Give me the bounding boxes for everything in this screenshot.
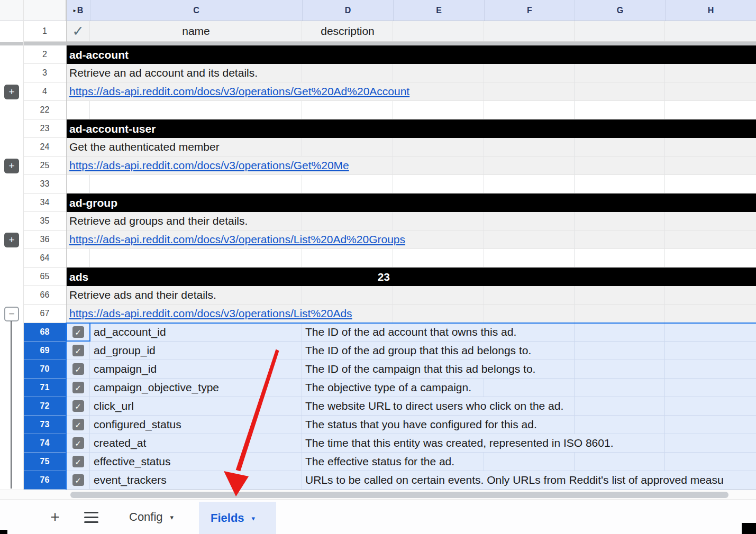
field-description-cell[interactable]: The time that this entity was created, r… — [305, 434, 613, 452]
docs-link[interactable]: https://ads-api.reddit.com/docs/v3/opera… — [69, 305, 352, 323]
field-checkbox[interactable]: ✓ — [72, 474, 84, 486]
gridline — [484, 138, 484, 156]
row-header-4[interactable]: 4 — [23, 82, 66, 101]
row-header-69[interactable]: 69 — [23, 342, 66, 360]
column-header-E[interactable]: E — [393, 0, 484, 21]
field-checkbox[interactable]: ✓ — [72, 437, 84, 449]
column-header-D[interactable]: D — [302, 0, 393, 21]
row-header-70[interactable]: 70 — [23, 360, 66, 379]
all-sheets-menu-icon[interactable] — [82, 500, 100, 534]
check-icon[interactable]: ✓ — [66, 21, 90, 41]
gridline — [484, 305, 484, 323]
row-header-68[interactable]: 68 — [23, 323, 66, 342]
row-cells: ad-account — [66, 45, 756, 64]
row-header-33[interactable]: 33 — [23, 175, 66, 194]
gridline — [664, 175, 665, 193]
column-header-row: ▸BCDEFGH — [0, 0, 756, 21]
field-checkbox[interactable]: ✓ — [72, 363, 84, 375]
field-name-cell[interactable]: campaign_objective_type — [94, 379, 219, 397]
row-cells[interactable] — [66, 101, 756, 119]
field-name-cell[interactable]: effective_status — [94, 453, 171, 471]
gridline — [574, 286, 575, 304]
description-cell[interactable]: Retrieve ads and their details. — [69, 286, 216, 304]
gridline — [302, 212, 302, 230]
gridline — [664, 434, 665, 452]
docs-link[interactable]: https://ads-api.reddit.com/docs/v3/opera… — [69, 231, 405, 248]
row-header-76[interactable]: 76 — [23, 471, 66, 490]
field-name-cell[interactable]: event_trackers — [94, 471, 167, 489]
field-name-cell[interactable]: ad_group_id — [94, 342, 156, 360]
frozen-row-divider[interactable] — [0, 42, 756, 45]
field-description-cell[interactable]: The ID of the ad account that owns this … — [305, 323, 516, 341]
select-all-corner[interactable] — [0, 0, 66, 21]
table-row: 2ad-account — [0, 45, 756, 64]
column-header-C[interactable]: C — [90, 0, 302, 21]
row-header-73[interactable]: 73 — [23, 416, 66, 434]
field-description-cell[interactable]: The objective type of a campaign. — [305, 379, 471, 397]
row-header-65[interactable]: 65 — [23, 268, 66, 286]
row-header-74[interactable]: 74 — [23, 434, 66, 453]
description-cell[interactable]: Get the authenticated member — [69, 138, 220, 156]
row-header-2[interactable]: 2 — [23, 45, 66, 64]
field-name-cell[interactable]: configured_status — [94, 416, 181, 434]
docs-link[interactable]: https://ads-api.reddit.com/docs/v3/opera… — [69, 82, 409, 100]
row-cells[interactable] — [66, 175, 756, 194]
row-header-3[interactable]: 3 — [23, 64, 66, 82]
row-header-66[interactable]: 66 — [23, 286, 66, 305]
field-checkbox[interactable]: ✓ — [72, 419, 84, 430]
name-header-cell[interactable]: name — [90, 21, 302, 41]
row-header-23[interactable]: 23 — [23, 119, 66, 138]
gridline — [89, 416, 90, 434]
tab-config[interactable]: Config ▾ — [117, 500, 185, 534]
hidden-column-marker-icon[interactable]: ▸ — [74, 8, 76, 13]
column-header-F[interactable]: F — [484, 0, 575, 21]
row-header-64[interactable]: 64 — [23, 249, 66, 268]
gridline — [574, 249, 575, 267]
section-header-cell[interactable] — [66, 194, 756, 212]
tab-fields-label: Fields — [211, 511, 244, 525]
field-description-cell[interactable]: The status that you have configured for … — [305, 416, 537, 434]
tab-fields[interactable]: Fields ▾ — [199, 502, 276, 534]
checkbox-cell: ✓ — [66, 434, 90, 452]
field-name-cell[interactable]: campaign_id — [94, 360, 157, 378]
row-header-25[interactable]: 25 — [23, 156, 66, 175]
description-header-cell[interactable]: description — [302, 21, 393, 41]
row-header-35[interactable]: 35 — [23, 212, 66, 231]
column-header-G[interactable]: G — [575, 0, 665, 21]
gridline — [664, 342, 665, 360]
field-description-cell[interactable]: The effective status for the ad. — [305, 453, 454, 471]
field-checkbox[interactable]: ✓ — [72, 456, 84, 467]
description-cell[interactable]: Retrieve an ad account and its details. — [69, 64, 258, 82]
row-header-22[interactable]: 22 — [23, 101, 66, 119]
section-header-cell[interactable] — [66, 45, 756, 64]
row-header-24[interactable]: 24 — [23, 138, 66, 156]
row-header-34[interactable]: 34 — [23, 194, 66, 212]
field-checkbox[interactable]: ✓ — [72, 400, 84, 412]
row-header-36[interactable]: 36 — [23, 231, 66, 249]
field-checkbox[interactable]: ✓ — [72, 345, 84, 356]
gridline — [393, 249, 393, 267]
row-header-75[interactable]: 75 — [23, 453, 66, 471]
row-header-72[interactable]: 72 — [23, 397, 66, 416]
field-checkbox[interactable]: ✓ — [72, 382, 84, 393]
row-header-71[interactable]: 71 — [23, 379, 66, 397]
section-header-cell[interactable] — [66, 119, 756, 138]
row-cells[interactable] — [66, 249, 756, 268]
row-header-67[interactable]: 67 — [23, 305, 66, 323]
field-description-cell[interactable]: URLs to be called on certain events. Onl… — [305, 471, 724, 489]
column-header-B[interactable]: ▸B — [66, 0, 90, 21]
gridline — [302, 101, 302, 119]
field-description-cell[interactable]: The ID of the ad group that this ad belo… — [305, 342, 531, 360]
add-sheet-button[interactable]: + — [45, 500, 65, 534]
field-name-cell[interactable]: click_url — [94, 397, 134, 415]
description-cell[interactable]: Retrieve ad groups and their details. — [69, 212, 248, 230]
row-header-1[interactable]: 1 — [23, 21, 66, 42]
field-name-cell[interactable]: ad_account_id — [94, 323, 166, 341]
column-header-H[interactable]: H — [665, 0, 756, 21]
field-name-cell[interactable]: created_at — [94, 434, 146, 452]
field-description-cell[interactable]: The website URL to direct users who clic… — [305, 397, 563, 415]
horizontal-scrollbar-thumb[interactable] — [70, 492, 728, 498]
docs-link[interactable]: https://ads-api.reddit.com/docs/v3/opera… — [69, 156, 349, 174]
gridline — [574, 138, 575, 156]
field-description-cell[interactable]: The ID of the campaign that this ad belo… — [305, 360, 535, 378]
